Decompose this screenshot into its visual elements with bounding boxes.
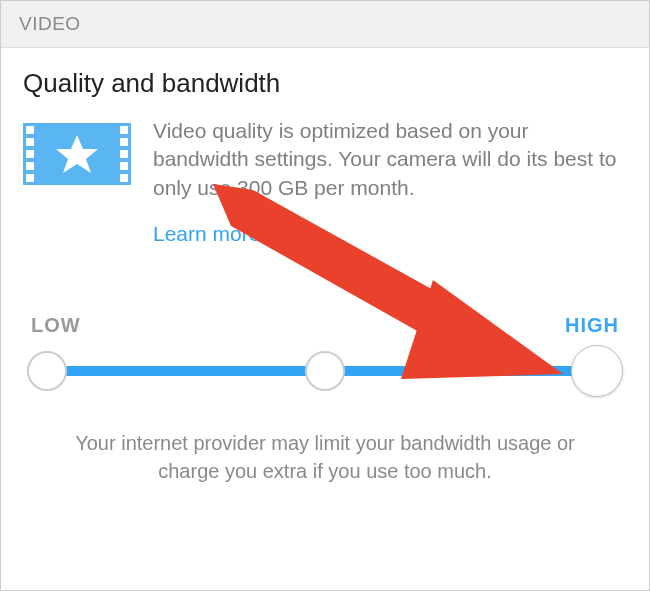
svg-rect-8: [120, 150, 128, 158]
section-header-label: VIDEO: [19, 13, 81, 34]
chevron-right-icon: ›: [266, 222, 273, 245]
video-film-icon: [23, 123, 131, 189]
svg-rect-2: [26, 138, 34, 146]
slider-tick-mid[interactable]: [305, 351, 345, 391]
svg-rect-5: [26, 174, 34, 182]
slider-labels: LOW HIGH: [23, 314, 627, 337]
info-row: Video quality is optimized based on your…: [23, 117, 627, 202]
content-area: Quality and bandwidth Video quali: [1, 48, 649, 485]
disclaimer-text: Your internet provider may limit your ba…: [23, 399, 627, 485]
slider-label-low: LOW: [31, 314, 81, 337]
svg-rect-9: [120, 162, 128, 170]
section-header: VIDEO: [1, 1, 649, 48]
info-description: Video quality is optimized based on your…: [153, 117, 627, 202]
svg-rect-7: [120, 138, 128, 146]
slider-track[interactable]: [23, 343, 627, 399]
svg-rect-6: [120, 126, 128, 134]
svg-rect-4: [26, 162, 34, 170]
svg-rect-3: [26, 150, 34, 158]
quality-slider[interactable]: LOW HIGH: [23, 314, 627, 399]
svg-rect-1: [26, 126, 34, 134]
learn-more-label: Learn more: [153, 222, 260, 245]
slider-thumb[interactable]: [571, 345, 623, 397]
slider-tick-low[interactable]: [27, 351, 67, 391]
svg-rect-10: [120, 174, 128, 182]
page-title: Quality and bandwidth: [23, 68, 627, 99]
slider-label-high: HIGH: [565, 314, 619, 337]
learn-more-link[interactable]: Learn more ›: [153, 222, 273, 246]
